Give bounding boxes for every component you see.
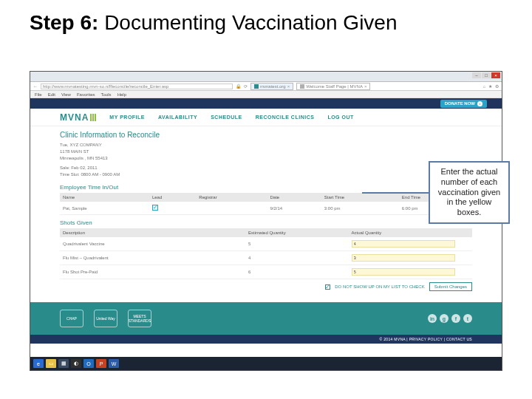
taskbar-powerpoint-icon[interactable]: P [96,359,106,368]
title-bold: Step 6: [30,11,98,34]
browser-tab-2[interactable]: Welcome Staff Page | MVNA× [296,83,370,90]
col-est: Estimated Quantity [245,228,349,237]
page-body: DONATE NOW › MVNA MY PROFILE AVAILABILIT… [30,98,502,357]
facebook-icon[interactable]: f [451,314,460,323]
emp-start: 3:00 pm [321,202,399,215]
col-desc: Description [60,228,245,237]
nav-schedule[interactable]: SCHEDULE [211,115,242,120]
nav-logout[interactable]: LOG OUT [327,115,353,120]
submit-button[interactable]: Submit Changes [429,282,472,291]
clinic-name: Tue, XYZ COMPANY [60,142,472,149]
slide-title: Step 6: Documenting Vaccination Given [0,0,532,40]
emp-name: Pat, Sample [60,202,149,215]
tab-close-icon[interactable]: × [364,84,367,89]
browser-tab-1[interactable]: mvnatest.org× [250,83,293,90]
site-logo[interactable]: MVNA [60,112,96,123]
shot-desc: Quadrivalent Vaccine [60,237,245,251]
footer-logo-chap: CHAP [60,310,83,327]
gear-icon[interactable]: ⚙ [495,83,499,89]
footer-logo-unitedway: United Way [94,310,117,327]
nav-reconcile-clinics[interactable]: RECONCILE CLINICS [256,115,315,120]
form-actions: DO NOT SHOW UP ON MY LIST TO CHECK Submi… [60,282,472,291]
shots-row: Flu Mist – Quadrivalent 4 [60,251,472,265]
window-minimize-button[interactable]: – [472,72,481,78]
arrow-right-icon: › [477,101,482,106]
top-bar: DONATE NOW › [30,98,502,109]
employee-section-title: Employee Time In/Out [60,184,472,191]
taskbar-word-icon[interactable]: W [109,359,119,368]
employee-row: Pat, Sample 9/2/14 3:00 pm 6:00 pm [60,202,472,215]
copyright-bar: © 2014 MVNA | PRIVACY POLICY | CONTACT U… [30,335,502,344]
actual-qty-input[interactable] [352,254,455,262]
instruction-callout: Enter the actual number of each vaccinat… [429,161,510,224]
main-nav: MVNA MY PROFILE AVAILABILITY SCHEDULE RE… [30,109,502,126]
shot-est: 5 [245,237,349,251]
shot-est: 6 [245,265,349,279]
clinic-date: Sale: Feb 02, 2011 [60,165,472,171]
col-name: Name [60,193,149,202]
window-titlebar: – □ × [30,72,502,82]
col-start: Start Time [321,193,399,202]
menu-tools[interactable]: Tools [101,92,112,97]
clinic-city: Minneapolis , MN 55413 [60,155,472,162]
menu-help[interactable]: Help [117,92,126,97]
shots-table: Description Estimated Quantity Actual Qu… [60,228,472,279]
address-bar-row: ← http://www.mvnatesting.mvn-so.n/Reconc… [30,82,502,91]
actual-qty-input[interactable] [352,240,455,248]
actual-qty-input[interactable] [352,268,455,276]
lead-checkbox[interactable] [152,205,158,211]
employee-table: Name Lead Registrar Date Start Time End … [60,193,472,215]
twitter-icon[interactable]: t [463,314,472,323]
logo-text: MVNA [60,112,89,123]
clinic-info: Tue, XYZ COMPANY 1178 MAIN ST Minneapoli… [60,142,472,178]
nav-my-profile[interactable]: MY PROFILE [109,115,145,120]
col-date: Date [267,193,321,202]
col-registrar: Registrar [196,193,267,202]
tab-close-icon[interactable]: × [287,84,290,89]
clinic-timeslot: Time Slot: 0800 AM - 0900 AM [60,171,472,178]
menu-file[interactable]: File [35,92,42,97]
taskbar-ie-icon[interactable]: e [33,359,44,368]
nav-availability[interactable]: AVAILABILITY [158,115,197,120]
address-input[interactable]: http://www.mvnatesting.mvn-so.n/Reconcil… [41,83,233,89]
shots-row: Quadrivalent Vaccine 5 [60,237,472,251]
browser-menubar: File Edit View Favorites Tools Help [30,91,502,98]
home-icon[interactable]: ⌂ [482,84,485,89]
col-act: Actual Quantity [349,228,472,237]
col-lead: Lead [149,193,196,202]
social-icons: in g f t [428,314,472,323]
clinic-street: 1178 MAIN ST [60,149,472,155]
tab-2-label: Welcome Staff Page | MVNA [306,84,363,89]
window-maximize-button[interactable]: □ [482,72,491,78]
google-icon[interactable]: g [440,314,449,323]
shot-est: 4 [245,251,349,265]
windows-taskbar: e ▭ ▦ ◐ O P W [30,357,502,370]
taskbar-outlook-icon[interactable]: O [83,359,94,368]
callout-connector [362,192,429,194]
section-title: Clinic Information to Reconcile [60,131,472,139]
refresh-icon[interactable]: ⟳ [244,83,248,89]
shot-desc: Flu Mist – Quadrivalent [60,251,245,265]
emp-date: 9/2/14 [267,202,321,215]
window-close-button[interactable]: × [491,72,500,78]
menu-favorites[interactable]: Favorites [77,92,95,97]
tab-1-label: mvnatest.org [260,84,286,89]
donate-button[interactable]: DONATE NOW › [440,100,487,108]
taskbar-explorer-icon[interactable]: ▭ [46,359,56,368]
favorites-icon[interactable]: ★ [488,83,492,89]
shots-row: Flu Shot Pre-Paid 6 [60,265,472,279]
linkedin-icon[interactable]: in [428,314,437,323]
shot-desc: Flu Shot Pre-Paid [60,265,245,279]
title-rest: Documenting Vaccination Given [98,11,397,34]
dont-show-label: DO NOT SHOW UP ON MY LIST TO CHECK [335,284,424,289]
footer: CHAP United Way MEETS STANDARDS in g f t [30,302,502,335]
dont-show-checkbox[interactable] [325,284,330,290]
shots-section-title: Shots Given [60,219,472,226]
taskbar-app-icon[interactable]: ▦ [58,359,69,368]
donate-label: DONATE NOW [445,101,475,106]
menu-edit[interactable]: Edit [48,92,55,97]
footer-logo-standards: MEETS STANDARDS [128,310,151,327]
menu-view[interactable]: View [61,92,71,97]
back-icon[interactable]: ← [33,84,38,89]
taskbar-chrome-icon[interactable]: ◐ [71,359,81,368]
